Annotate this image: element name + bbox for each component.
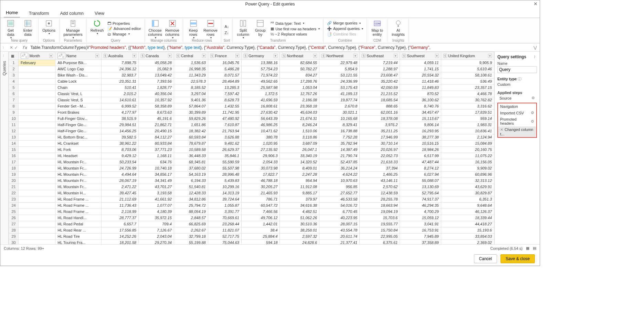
formula-input[interactable]: Table.TransformColumnTypes(#"Promoted he… bbox=[29, 44, 531, 51]
cell[interactable]: 27,630.42 bbox=[241, 109, 280, 115]
row-number[interactable]: 14 bbox=[9, 140, 19, 146]
table-row[interactable]: 1FebruaryAll-Purpose Bik...7,898.7545,05… bbox=[9, 60, 494, 66]
cell[interactable]: 10,970.63 bbox=[319, 177, 360, 184]
filter-icon[interactable]: ▾ bbox=[235, 54, 239, 58]
cell[interactable]: 55,088.07 bbox=[400, 177, 441, 184]
cell[interactable] bbox=[19, 128, 55, 134]
cell[interactable]: 37,358.89 bbox=[400, 239, 441, 244]
row-number[interactable]: 26 bbox=[9, 215, 19, 221]
cell[interactable]: AWC Logo Cap bbox=[55, 66, 101, 72]
cell[interactable]: 1,510.06 bbox=[280, 128, 319, 134]
row-number[interactable]: 15 bbox=[9, 146, 19, 153]
cell[interactable]: 38,961.22 bbox=[101, 140, 138, 146]
cell[interactable]: 22,995.05 bbox=[360, 233, 400, 239]
cell[interactable]: 62,001.16 bbox=[360, 109, 400, 115]
cell[interactable]: 52,717.75 bbox=[208, 233, 241, 239]
filter-icon[interactable]: ▾ bbox=[394, 54, 398, 58]
step-navigation[interactable]: Navigation bbox=[498, 103, 536, 110]
cell[interactable]: 17,556.85 bbox=[101, 227, 138, 233]
cell[interactable]: 8,673.63 bbox=[138, 109, 174, 115]
cell[interactable]: 35,211.25 bbox=[360, 128, 400, 134]
table-row[interactable]: 28HL Road Rear ...17,556.857,126.672,262… bbox=[9, 227, 494, 233]
column-header[interactable]: $Australia▾ bbox=[101, 52, 138, 60]
cell[interactable]: 3,976.2 bbox=[360, 122, 400, 128]
cell[interactable] bbox=[19, 146, 55, 153]
cell[interactable]: 28,007.15 bbox=[319, 221, 360, 227]
cell[interactable]: 8,409.01 bbox=[280, 165, 319, 171]
cell[interactable]: 9,909.02 bbox=[441, 165, 494, 171]
cell[interactable]: 60,593.84 bbox=[174, 134, 208, 140]
cell[interactable] bbox=[19, 233, 55, 239]
cell[interactable]: 1,053.04 bbox=[280, 84, 319, 91]
cell[interactable]: 2,015.2 bbox=[101, 91, 138, 97]
cell[interactable]: HL Road Tire bbox=[55, 233, 101, 239]
cell[interactable]: 7,898.75 bbox=[101, 60, 138, 66]
cell[interactable]: 23,268.44 bbox=[208, 221, 241, 227]
cell[interactable]: 49,706.12 bbox=[241, 215, 280, 221]
cell[interactable]: 15,193.6 bbox=[441, 227, 494, 233]
cell[interactable]: 16,045.76 bbox=[208, 60, 241, 66]
table-row[interactable]: 29HL Road Tire14,252.262,043.0432,799.18… bbox=[9, 233, 494, 239]
cell[interactable]: 14,252.26 bbox=[101, 233, 138, 239]
column-header[interactable]: $Northeast▾ bbox=[280, 52, 319, 60]
cell[interactable]: 9,481.62 bbox=[208, 140, 241, 146]
table-row[interactable]: 8Fender Set - M...6,999.5258,358.8957,86… bbox=[9, 103, 494, 109]
cell[interactable]: 43,629.91 bbox=[441, 184, 494, 190]
cell[interactable] bbox=[19, 227, 55, 233]
cell[interactable]: 4,700.29 bbox=[400, 208, 441, 215]
cell[interactable]: HL Road Frame ... bbox=[55, 196, 101, 202]
filter-icon[interactable]: ▾ bbox=[168, 54, 172, 58]
column-header[interactable]: $Canada▾ bbox=[138, 52, 174, 60]
cell[interactable]: 71,974.22 bbox=[241, 72, 280, 78]
cell[interactable]: 50,233.54 bbox=[101, 159, 138, 165]
cell[interactable]: 380.78 bbox=[241, 134, 280, 140]
cell[interactable]: Cable Lock bbox=[55, 78, 101, 84]
cell[interactable]: 8,071.57 bbox=[208, 72, 241, 78]
table-row[interactable]: 14HL Crankset38,961.2280,933.8478,679.87… bbox=[9, 140, 494, 146]
cell[interactable]: 43,146.11 bbox=[360, 177, 400, 184]
cell[interactable]: Chain bbox=[55, 84, 101, 91]
cell[interactable]: 2,670.8 bbox=[319, 103, 360, 109]
formula-commit-icon[interactable]: ✓ bbox=[14, 45, 18, 50]
row-number[interactable]: 21 bbox=[9, 184, 19, 190]
table-row[interactable]: 22HL Mountain H...39,427.453,193.5812,42… bbox=[9, 190, 494, 196]
cell[interactable]: 834.27 bbox=[280, 72, 319, 78]
cell[interactable]: 46,294.35 bbox=[400, 202, 441, 208]
group-by-button[interactable]: Group by bbox=[252, 19, 268, 37]
cell[interactable]: 40,223.95 bbox=[319, 215, 360, 221]
cell[interactable]: Classic Vest, S bbox=[55, 97, 101, 103]
cell[interactable]: 21,377.41 bbox=[319, 239, 360, 244]
cell[interactable]: 21,215.52 bbox=[360, 91, 400, 97]
cell[interactable]: 2,262.67 bbox=[174, 227, 208, 233]
queries-rail[interactable]: 〉 Queries bbox=[0, 52, 9, 244]
cell[interactable] bbox=[19, 184, 55, 190]
data-grid[interactable]: ▦ABCMonth▾ABCName▾$Australia▾$Canada▾$Ce… bbox=[9, 52, 494, 244]
cell[interactable]: 46,533.58 bbox=[319, 196, 360, 202]
cell[interactable]: 5,439.83 bbox=[208, 177, 241, 184]
row-number[interactable]: 10 bbox=[9, 115, 19, 122]
cell[interactable]: 38,258.01 bbox=[280, 227, 319, 233]
cell[interactable]: 1,077.07 bbox=[138, 202, 174, 208]
table-row[interactable]: 12Half-Finger Glo...14,456.2520,490.1518… bbox=[9, 128, 494, 134]
cell[interactable]: 39,724.64 bbox=[208, 196, 241, 202]
cell[interactable]: 52,437.85 bbox=[319, 159, 360, 165]
tab-view[interactable]: View bbox=[93, 9, 106, 18]
cell[interactable]: 10,471.62 bbox=[241, 128, 280, 134]
cell[interactable]: 34,341.49 bbox=[138, 177, 174, 184]
cell[interactable]: 27,652.77 bbox=[319, 190, 360, 196]
row-number[interactable]: 3 bbox=[9, 72, 19, 78]
cell[interactable] bbox=[19, 153, 55, 159]
step-imported-csv[interactable]: Imported CSV⚙ bbox=[498, 110, 536, 116]
cell[interactable]: 1,288.97 bbox=[360, 66, 400, 72]
cell[interactable]: 15,750.84 bbox=[360, 227, 400, 233]
cell[interactable]: 15,703.6 bbox=[360, 215, 400, 221]
cell[interactable]: 20,611.74 bbox=[319, 233, 360, 239]
cell[interactable]: 15,059.12 bbox=[400, 215, 441, 221]
table-row[interactable]: 6Classic Vest, L2,015.240,356.043,297.04… bbox=[9, 91, 494, 97]
cell[interactable]: 9,806.14 bbox=[400, 122, 441, 128]
table-row[interactable]: 2AWC Logo Cap24,396.1215,082.916,998.355… bbox=[9, 66, 494, 72]
cell[interactable]: 54,016.72 bbox=[319, 202, 360, 208]
cell[interactable]: 30,073.98 bbox=[241, 165, 280, 171]
cell[interactable]: 55,199.88 bbox=[174, 239, 208, 244]
cell[interactable]: 55,507.98 bbox=[208, 165, 241, 171]
